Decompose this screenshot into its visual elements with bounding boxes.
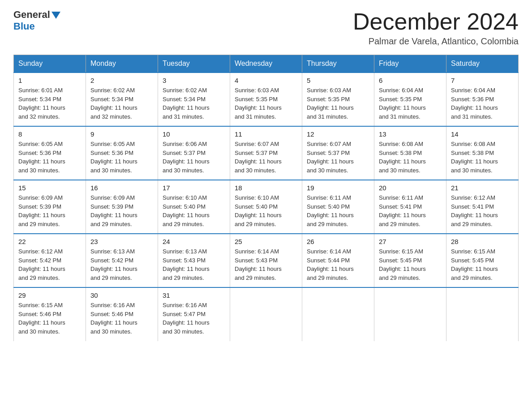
day-info: Sunrise: 6:05 AMSunset: 5:36 PMDaylight:… [90, 140, 153, 175]
day-info: Sunrise: 6:09 AMSunset: 5:39 PMDaylight:… [18, 193, 81, 228]
calendar-day-cell: 13Sunrise: 6:08 AMSunset: 5:38 PMDayligh… [374, 126, 446, 180]
day-number: 18 [235, 184, 297, 192]
calendar-day-cell: 20Sunrise: 6:11 AMSunset: 5:41 PMDayligh… [374, 180, 446, 234]
month-title: December 2024 [353, 9, 519, 34]
day-number: 2 [90, 77, 153, 84]
calendar-header-sunday: Sunday [14, 55, 86, 73]
calendar-day-cell: 21Sunrise: 6:12 AMSunset: 5:41 PMDayligh… [446, 180, 519, 234]
day-info: Sunrise: 6:02 AMSunset: 5:34 PMDaylight:… [90, 86, 153, 121]
day-number: 13 [379, 130, 442, 138]
calendar-day-cell: 30Sunrise: 6:16 AMSunset: 5:46 PMDayligh… [86, 287, 158, 341]
day-number: 14 [451, 130, 514, 138]
calendar-header-friday: Friday [374, 55, 446, 73]
day-info: Sunrise: 6:12 AMSunset: 5:41 PMDaylight:… [451, 193, 514, 228]
calendar-day-cell: 22Sunrise: 6:12 AMSunset: 5:42 PMDayligh… [14, 234, 86, 287]
calendar-day-cell: 24Sunrise: 6:13 AMSunset: 5:43 PMDayligh… [158, 234, 230, 287]
calendar-day-cell: 27Sunrise: 6:15 AMSunset: 5:45 PMDayligh… [374, 234, 446, 287]
day-number: 9 [90, 130, 153, 138]
day-number: 24 [163, 238, 225, 245]
calendar-day-cell: 25Sunrise: 6:14 AMSunset: 5:43 PMDayligh… [230, 234, 302, 287]
calendar-day-cell: 9Sunrise: 6:05 AMSunset: 5:36 PMDaylight… [86, 126, 158, 180]
day-number: 12 [307, 130, 369, 138]
day-info: Sunrise: 6:06 AMSunset: 5:37 PMDaylight:… [163, 140, 225, 175]
day-number: 22 [18, 238, 81, 245]
day-info: Sunrise: 6:07 AMSunset: 5:37 PMDaylight:… [235, 140, 297, 175]
calendar-day-cell: 12Sunrise: 6:07 AMSunset: 5:37 PMDayligh… [302, 126, 374, 180]
calendar-day-cell: 1Sunrise: 6:01 AMSunset: 5:34 PMDaylight… [14, 73, 86, 126]
day-info: Sunrise: 6:16 AMSunset: 5:47 PMDaylight:… [163, 301, 225, 336]
day-info: Sunrise: 6:04 AMSunset: 5:35 PMDaylight:… [379, 86, 442, 121]
calendar-day-cell: 7Sunrise: 6:04 AMSunset: 5:36 PMDaylight… [446, 73, 519, 126]
calendar-day-cell: 15Sunrise: 6:09 AMSunset: 5:39 PMDayligh… [14, 180, 86, 234]
day-info: Sunrise: 6:10 AMSunset: 5:40 PMDaylight:… [235, 193, 297, 228]
day-info: Sunrise: 6:03 AMSunset: 5:35 PMDaylight:… [307, 86, 369, 121]
day-number: 30 [90, 291, 153, 299]
day-info: Sunrise: 6:16 AMSunset: 5:46 PMDaylight:… [90, 301, 153, 336]
day-number: 19 [307, 184, 369, 192]
title-block: December 2024 Palmar de Varela, Atlantic… [353, 9, 519, 47]
day-number: 28 [451, 238, 514, 245]
calendar-day-cell [374, 287, 446, 341]
day-number: 17 [163, 184, 225, 192]
day-info: Sunrise: 6:15 AMSunset: 5:45 PMDaylight:… [451, 247, 514, 282]
calendar-day-cell: 5Sunrise: 6:03 AMSunset: 5:35 PMDaylight… [302, 73, 374, 126]
calendar-header-monday: Monday [86, 55, 158, 73]
calendar-header-saturday: Saturday [446, 55, 519, 73]
calendar-day-cell [302, 287, 374, 341]
calendar-day-cell: 10Sunrise: 6:06 AMSunset: 5:37 PMDayligh… [158, 126, 230, 180]
page-header: General Blue December 2024 Palmar de Var… [13, 9, 519, 47]
calendar-day-cell: 2Sunrise: 6:02 AMSunset: 5:34 PMDaylight… [86, 73, 158, 126]
calendar-week-row: 15Sunrise: 6:09 AMSunset: 5:39 PMDayligh… [14, 180, 519, 234]
calendar-header-row: SundayMondayTuesdayWednesdayThursdayFrid… [14, 55, 519, 73]
day-info: Sunrise: 6:09 AMSunset: 5:39 PMDaylight:… [90, 193, 153, 228]
day-info: Sunrise: 6:12 AMSunset: 5:42 PMDaylight:… [18, 247, 81, 282]
calendar-day-cell: 11Sunrise: 6:07 AMSunset: 5:37 PMDayligh… [230, 126, 302, 180]
calendar-day-cell: 8Sunrise: 6:05 AMSunset: 5:36 PMDaylight… [14, 126, 86, 180]
day-info: Sunrise: 6:11 AMSunset: 5:41 PMDaylight:… [379, 193, 442, 228]
calendar-day-cell: 4Sunrise: 6:03 AMSunset: 5:35 PMDaylight… [230, 73, 302, 126]
day-number: 16 [90, 184, 153, 192]
day-number: 20 [379, 184, 442, 192]
calendar-day-cell: 17Sunrise: 6:10 AMSunset: 5:40 PMDayligh… [158, 180, 230, 234]
location-subtitle: Palmar de Varela, Atlantico, Colombia [353, 36, 519, 47]
day-number: 5 [307, 77, 369, 84]
calendar-day-cell: 16Sunrise: 6:09 AMSunset: 5:39 PMDayligh… [86, 180, 158, 234]
day-info: Sunrise: 6:15 AMSunset: 5:45 PMDaylight:… [379, 247, 442, 282]
calendar-day-cell: 23Sunrise: 6:13 AMSunset: 5:42 PMDayligh… [86, 234, 158, 287]
calendar-header-thursday: Thursday [302, 55, 374, 73]
day-info: Sunrise: 6:14 AMSunset: 5:43 PMDaylight:… [235, 247, 297, 282]
calendar-day-cell: 31Sunrise: 6:16 AMSunset: 5:47 PMDayligh… [158, 287, 230, 341]
day-info: Sunrise: 6:11 AMSunset: 5:40 PMDaylight:… [307, 193, 369, 228]
logo: General Blue [13, 9, 60, 32]
day-info: Sunrise: 6:02 AMSunset: 5:34 PMDaylight:… [163, 86, 225, 121]
day-info: Sunrise: 6:15 AMSunset: 5:46 PMDaylight:… [18, 301, 81, 336]
day-number: 10 [163, 130, 225, 138]
day-number: 6 [379, 77, 442, 84]
calendar-day-cell: 19Sunrise: 6:11 AMSunset: 5:40 PMDayligh… [302, 180, 374, 234]
day-number: 8 [18, 130, 81, 138]
day-number: 23 [90, 238, 153, 245]
logo-blue-text: Blue [13, 21, 35, 32]
day-number: 11 [235, 130, 297, 138]
day-number: 1 [18, 77, 81, 84]
day-number: 4 [235, 77, 297, 84]
calendar-week-row: 8Sunrise: 6:05 AMSunset: 5:36 PMDaylight… [14, 126, 519, 180]
logo-triangle-icon [51, 12, 60, 19]
calendar-week-row: 1Sunrise: 6:01 AMSunset: 5:34 PMDaylight… [14, 73, 519, 126]
calendar-table: SundayMondayTuesdayWednesdayThursdayFrid… [13, 55, 519, 341]
day-number: 7 [451, 77, 514, 84]
day-info: Sunrise: 6:13 AMSunset: 5:43 PMDaylight:… [163, 247, 225, 282]
day-number: 31 [163, 291, 225, 299]
day-number: 29 [18, 291, 81, 299]
calendar-day-cell: 6Sunrise: 6:04 AMSunset: 5:35 PMDaylight… [374, 73, 446, 126]
calendar-day-cell [230, 287, 302, 341]
calendar-day-cell: 18Sunrise: 6:10 AMSunset: 5:40 PMDayligh… [230, 180, 302, 234]
calendar-week-row: 22Sunrise: 6:12 AMSunset: 5:42 PMDayligh… [14, 234, 519, 287]
calendar-day-cell: 28Sunrise: 6:15 AMSunset: 5:45 PMDayligh… [446, 234, 519, 287]
calendar-header-tuesday: Tuesday [158, 55, 230, 73]
day-info: Sunrise: 6:08 AMSunset: 5:38 PMDaylight:… [451, 140, 514, 175]
calendar-day-cell [446, 287, 519, 341]
day-number: 3 [163, 77, 225, 84]
calendar-day-cell: 29Sunrise: 6:15 AMSunset: 5:46 PMDayligh… [14, 287, 86, 341]
day-info: Sunrise: 6:04 AMSunset: 5:36 PMDaylight:… [451, 86, 514, 121]
